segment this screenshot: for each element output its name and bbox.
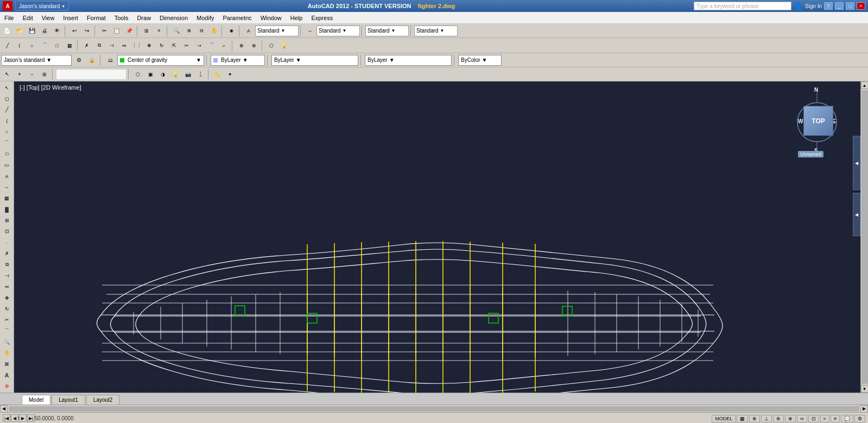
measure-btn[interactable]: 📐 xyxy=(212,68,224,80)
multileader-style-dropdown[interactable]: Standard ▼ xyxy=(414,26,458,36)
3dview-btn[interactable]: ⬡ xyxy=(132,68,144,80)
status-osnap-btn[interactable]: ⊗ xyxy=(785,415,796,422)
modify-mirror-btn[interactable]: ⊣ xyxy=(106,40,118,52)
lt-trim-btn[interactable]: ✂ xyxy=(1,315,13,325)
tab-layout1[interactable]: Layout1 xyxy=(52,395,85,405)
3dmodel-btn[interactable]: ▣ xyxy=(144,68,156,80)
matchprop-button[interactable]: ▥ xyxy=(141,25,153,37)
menu-dimension[interactable]: Dimension xyxy=(155,12,192,23)
workspace-dropdown[interactable]: Jason's standard ▼ xyxy=(1,55,72,66)
lt-dim-btn[interactable]: ↔ xyxy=(1,182,13,192)
lt-mtext-btn[interactable]: ⊕ xyxy=(1,381,13,392)
zoom-window[interactable]: ⊞ xyxy=(183,25,195,37)
lt-point-btn[interactable]: · xyxy=(1,237,13,248)
lt-zoom-btn[interactable]: 🔍 xyxy=(1,337,13,347)
undo-button[interactable]: ↩ xyxy=(68,25,80,37)
zoom-out-btn[interactable]: − xyxy=(26,68,38,80)
layer-dropdown[interactable]: Center of gravity ▼ xyxy=(117,55,204,66)
dim-style-dropdown[interactable]: Standard ▼ xyxy=(316,26,360,36)
draw-polyline-btn[interactable]: ⟨ xyxy=(14,40,26,52)
sign-in-button[interactable]: Sign In xyxy=(805,3,822,9)
lt-rect-btn[interactable]: ▭ xyxy=(1,160,13,171)
scroll-down-btn[interactable]: ▼ xyxy=(861,385,869,393)
modify-scale-btn[interactable]: ⇱ xyxy=(168,40,180,52)
tab-last-btn[interactable]: ▶| xyxy=(27,414,35,422)
menu-tools[interactable]: Tools xyxy=(110,12,133,23)
status-otrack-btn[interactable]: ∞ xyxy=(797,415,807,422)
help-button[interactable]: ? xyxy=(824,2,833,10)
lt-arc-btn[interactable]: ⌒ xyxy=(1,138,13,148)
lt-gradient-btn[interactable]: ▓ xyxy=(1,204,13,214)
status-model-btn[interactable]: MODEL xyxy=(712,415,736,422)
minimize-button[interactable]: _ xyxy=(835,2,844,10)
search-input[interactable]: Type a keyword or phrase xyxy=(694,2,791,10)
pan-button[interactable]: ✋ xyxy=(208,25,220,37)
hscroll-right-btn[interactable]: ▶ xyxy=(860,405,868,413)
menu-insert[interactable]: Insert xyxy=(59,12,83,23)
workspace-settings-btn[interactable]: ⚙ xyxy=(73,54,85,66)
right-scrollbar[interactable]: ▲ ▼ xyxy=(860,81,868,393)
right-panel-toggle[interactable]: ◀ xyxy=(853,136,860,190)
zoom-realtime[interactable]: 🔍 xyxy=(170,25,182,37)
workspace-dropdown-title[interactable]: Jason's standard ▼ xyxy=(15,1,69,11)
tab-layout2[interactable]: Layout2 xyxy=(86,395,120,405)
lt-polyline-btn[interactable]: ⟨ xyxy=(1,116,13,126)
status-snap-btn[interactable]: ⊕ xyxy=(749,415,760,422)
lt-block-btn[interactable]: ⊞ xyxy=(1,215,13,225)
lt-text-btn[interactable]: A xyxy=(1,171,13,181)
status-ortho-btn[interactable]: ⊥ xyxy=(761,415,772,422)
hscroll-left-btn[interactable]: ◀ xyxy=(0,405,8,413)
status-qp-btn[interactable]: 💬 xyxy=(841,415,853,422)
viewcube[interactable]: N W E S TOP Unnamed xyxy=(795,87,844,157)
menu-help[interactable]: Help xyxy=(286,12,307,23)
walkthroughfly-btn[interactable]: 🚶 xyxy=(194,68,206,80)
menu-parametric[interactable]: Parametric xyxy=(218,12,256,23)
lt-line-btn[interactable]: ╱ xyxy=(1,105,13,115)
viewcube-top-face[interactable]: TOP xyxy=(803,106,833,136)
linetype-dropdown[interactable]: ByLayer ▼ xyxy=(271,55,358,66)
visual-style-btn[interactable]: ◑ xyxy=(157,68,169,80)
menu-format[interactable]: Format xyxy=(83,12,110,23)
osnap-btn[interactable]: ⊗ xyxy=(248,40,260,52)
menu-file[interactable]: File xyxy=(0,12,18,23)
zoom-in-btn[interactable]: + xyxy=(14,68,26,80)
plotstyle-dropdown[interactable]: ByColor ▼ xyxy=(458,55,502,66)
scroll-thumb[interactable] xyxy=(861,90,868,384)
lt-pan-btn[interactable]: ✋ xyxy=(1,348,13,358)
status-settings-btn[interactable]: ⚙ xyxy=(854,415,865,422)
status-dyn-btn[interactable]: ≈ xyxy=(820,415,829,422)
lt-circle-btn[interactable]: ○ xyxy=(1,127,13,137)
lt-arrow-btn[interactable]: ↖ xyxy=(1,83,13,93)
menu-view[interactable]: View xyxy=(37,12,59,23)
draw-arc-btn[interactable]: ⌒ xyxy=(39,40,50,52)
modify-move-btn[interactable]: ✥ xyxy=(143,40,155,52)
canvas-area[interactable]: [-] [Top] [2D Wireframe] xyxy=(14,81,860,393)
menu-window[interactable]: Window xyxy=(256,12,286,23)
modify-fillet-btn[interactable]: ⌒ xyxy=(206,40,218,52)
text-style-dropdown[interactable]: Standard ▼ xyxy=(255,26,299,36)
modify-trim-btn[interactable]: ✂ xyxy=(181,40,193,52)
snap-btn[interactable]: ⊕ xyxy=(236,40,248,52)
copy-button[interactable]: 📋 xyxy=(111,25,123,37)
lt-rotate-btn[interactable]: ↻ xyxy=(1,304,13,314)
status-grid-btn[interactable]: ▦ xyxy=(737,415,748,422)
lt-fillet-btn[interactable]: ⌒ xyxy=(1,326,13,336)
render-btn[interactable]: 💡 xyxy=(278,40,290,52)
select-btn[interactable]: ↖ xyxy=(1,68,13,80)
status-ducs-btn[interactable]: ⊡ xyxy=(808,415,819,422)
new-button[interactable]: 📄 xyxy=(1,25,13,37)
open-button[interactable]: 📂 xyxy=(14,25,26,37)
command-input[interactable] xyxy=(56,69,126,80)
color-dropdown[interactable]: ByLayer ▼ xyxy=(211,55,265,66)
section-btn[interactable]: ✦ xyxy=(224,68,236,80)
maximize-button[interactable]: □ xyxy=(846,2,854,10)
properties-button[interactable]: ≡ xyxy=(153,25,165,37)
modify-chamfer-btn[interactable]: ⌐ xyxy=(218,40,230,52)
menu-edit[interactable]: Edit xyxy=(18,12,37,23)
plot-preview-button[interactable]: 👁 xyxy=(51,25,63,37)
lineweight-dropdown[interactable]: ByLayer ▼ xyxy=(365,55,452,66)
plot-button[interactable]: 🖨 xyxy=(39,25,50,37)
draw-circle-btn[interactable]: ○ xyxy=(26,40,38,52)
lt-erase-btn[interactable]: ✗ xyxy=(1,248,13,258)
modify-array-btn[interactable]: ⋮⋮ xyxy=(131,40,143,52)
